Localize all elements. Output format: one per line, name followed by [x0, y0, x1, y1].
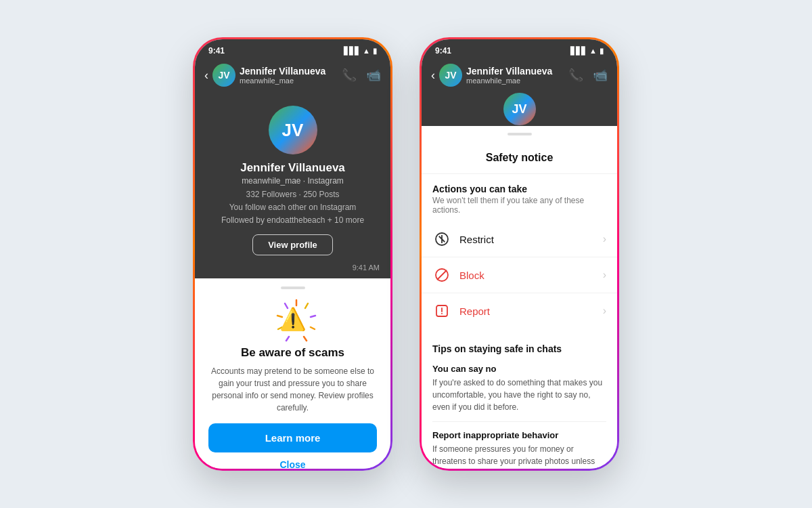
profile-name-left: Jennifer Villanueva — [240, 161, 345, 175]
safety-notice-title: Safety notice — [422, 148, 617, 174]
avatar-right: JV — [439, 64, 462, 87]
tip-title-2: Report inappropriate behavior — [432, 430, 606, 440]
profile-sub-left: meanwhile_mae · Instagram — [242, 176, 344, 186]
right-chat-peek: JV — [422, 92, 617, 126]
safety-sheet-handle — [508, 133, 532, 135]
stats-line3: Followed by endoatthebeach + 10 more — [221, 215, 364, 225]
warning-triangle-icon: ⚠️ — [279, 306, 307, 332]
nav-name-group-left: Jennifer Villanueva meanwhile_mae — [240, 66, 325, 85]
tips-section-header: Tips on staying safe in chats — [422, 334, 617, 356]
sheet-handle-left — [281, 287, 305, 289]
nav-name-right: Jennifer Villanueva — [466, 66, 552, 77]
action-list: Restrict › Block › — [422, 216, 617, 334]
call-icon-right[interactable]: 📞 — [568, 68, 583, 83]
bottom-sheet-left: ⚠️ Be aware of scams Accounts may preten… — [195, 278, 390, 471]
svg-line-2 — [311, 316, 315, 317]
nav-left-right: ‹ JV Jennifer Villanueva meanwhile_mae — [431, 64, 552, 87]
block-chevron: › — [603, 269, 606, 281]
tips-header-title: Tips on staying safe in chats — [432, 343, 606, 354]
tip-title-1: You can say no — [432, 364, 606, 374]
chat-area-left: JV Jennifer Villanueva meanwhile_mae · I… — [195, 92, 390, 278]
status-icons-right: ▋▋▋ ▲ ▮ — [570, 47, 604, 56]
left-phone: 9:41 ▋▋▋ ▲ ▮ ‹ JV Jennifer Villanueva me… — [193, 37, 392, 471]
nav-username-left: meanwhile_mae — [240, 77, 325, 85]
report-action[interactable]: Report › — [422, 293, 617, 329]
nav-bar-right: ‹ JV Jennifer Villanueva meanwhile_mae 📞… — [422, 58, 617, 92]
restrict-icon — [432, 230, 451, 249]
message-timestamp: 9:41 AM — [353, 263, 380, 272]
battery-icon-right: ▮ — [600, 47, 604, 56]
tip-text-1: If you're asked to do something that mak… — [432, 377, 606, 413]
tip-item-1: You can say no If you're asked to do som… — [432, 356, 606, 422]
right-phone: 9:41 ▋▋▋ ▲ ▮ ‹ JV Jennifer Villanueva me… — [420, 37, 619, 471]
svg-line-3 — [311, 327, 315, 329]
back-button-left[interactable]: ‹ — [204, 68, 208, 83]
nav-left-left: ‹ JV Jennifer Villanueva meanwhile_mae — [204, 64, 325, 87]
video-icon-left[interactable]: 📹 — [366, 68, 381, 83]
svg-line-13 — [437, 270, 447, 280]
actions-header-title: Actions you can take — [432, 184, 606, 194]
restrict-chevron: › — [603, 233, 606, 245]
tip-item-2: Report inappropriate behavior If someone… — [432, 422, 606, 469]
status-bar-right: 9:41 ▋▋▋ ▲ ▮ — [422, 39, 617, 58]
nav-actions-right: 📞 📹 — [568, 68, 608, 83]
actions-section-header: Actions you can take We won't tell them … — [422, 174, 617, 216]
signal-icon: ▋▋▋ — [344, 47, 360, 56]
avatar-peek: JV — [503, 93, 536, 125]
report-chevron: › — [603, 305, 606, 317]
video-icon-right[interactable]: 📹 — [593, 68, 608, 83]
battery-icon: ▮ — [373, 47, 377, 56]
block-icon — [432, 266, 451, 284]
svg-line-5 — [286, 337, 289, 341]
safety-notice-sheet: Safety notice Actions you can take We wo… — [422, 126, 617, 469]
profile-avatar-left: JV — [269, 106, 317, 154]
time-left: 9:41 — [208, 46, 225, 56]
wifi-icon: ▲ — [363, 47, 370, 55]
actions-header-sub: We won't tell them if you take any of th… — [432, 196, 606, 215]
nav-username-right: meanwhile_mae — [466, 77, 552, 85]
block-action[interactable]: Block › — [422, 257, 617, 293]
tip-text-2: If someone pressures you for money or th… — [432, 443, 606, 469]
scam-warning-title: Be aware of scams — [241, 346, 344, 360]
nav-bar-left: ‹ JV Jennifer Villanueva meanwhile_mae 📞… — [195, 58, 390, 92]
close-link[interactable]: Close — [279, 459, 305, 470]
profile-stats-left: 332 Followers · 250 Posts You follow eac… — [221, 188, 364, 228]
safety-handle-wrap — [422, 126, 617, 148]
avatar-left: JV — [212, 64, 235, 87]
time-right: 9:41 — [435, 46, 451, 56]
status-bar-left: 9:41 ▋▋▋ ▲ ▮ — [195, 39, 390, 58]
stats-line1: 332 Followers · 250 Posts — [246, 190, 339, 199]
wifi-icon-right: ▲ — [589, 47, 597, 55]
report-icon — [432, 301, 451, 320]
tips-section: You can say no If you're asked to do som… — [422, 356, 617, 469]
report-label: Report — [459, 305, 603, 317]
nav-name-left: Jennifer Villanueva — [240, 66, 325, 77]
svg-point-16 — [441, 313, 443, 314]
call-icon-left[interactable]: 📞 — [342, 68, 357, 83]
nav-actions-left: 📞 📹 — [342, 68, 381, 83]
svg-line-4 — [304, 337, 307, 341]
warning-icon-container: ⚠️ — [273, 299, 313, 339]
signal-icon-right: ▋▋▋ — [570, 47, 587, 56]
stats-line2: You follow each other on Instagram — [229, 203, 357, 212]
restrict-label: Restrict — [459, 234, 603, 245]
view-profile-button[interactable]: View profile — [252, 234, 333, 255]
status-icons-left: ▋▋▋ ▲ ▮ — [344, 47, 377, 56]
block-label: Block — [459, 270, 603, 281]
nav-name-group-right: Jennifer Villanueva meanwhile_mae — [466, 66, 552, 85]
learn-more-button[interactable]: Learn more — [208, 423, 377, 452]
restrict-action[interactable]: Restrict › — [422, 221, 617, 257]
scam-warning-desc: Accounts may pretend to be someone else … — [208, 365, 377, 414]
back-button-right[interactable]: ‹ — [431, 68, 435, 83]
